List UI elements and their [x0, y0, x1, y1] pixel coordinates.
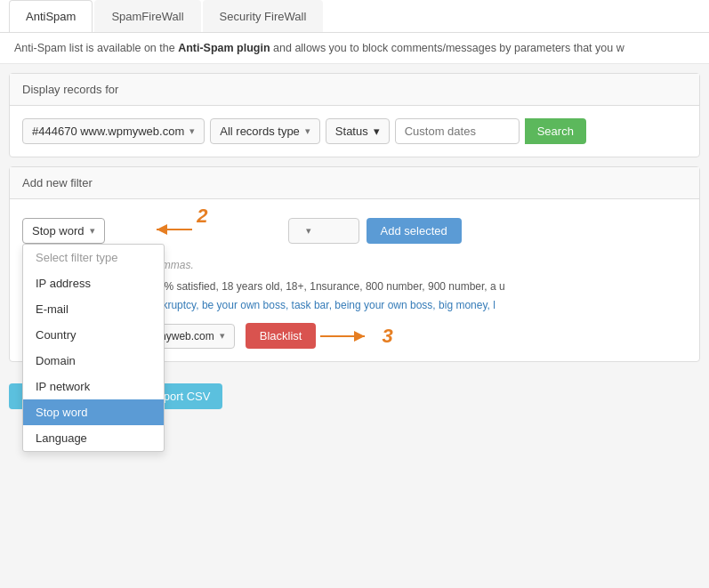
filter-type-menu: Select filter type IP address E-mail Cou…: [22, 244, 165, 452]
description-bar: Anti-Spam list is available on the Anti-…: [0, 33, 709, 64]
filter-type-dropdown[interactable]: Stop word ▾: [22, 218, 105, 244]
menu-item-ip-network[interactable]: IP network: [23, 374, 164, 399]
second-filter-row: ▾ Add selected: [288, 218, 462, 244]
blacklist-button-container: Blacklist 3: [246, 323, 317, 349]
add-filter-section: Add new filter Stop word ▾ Select filter…: [9, 166, 700, 362]
menu-item-email[interactable]: E-mail: [23, 296, 164, 322]
menu-item-country[interactable]: Country: [23, 322, 164, 348]
site-dropdown[interactable]: #444670 www.wpmyweb.com ▾: [22, 118, 205, 144]
display-records-section: Display records for #444670 www.wpmyweb.…: [9, 73, 700, 157]
annotation3-label: 3: [382, 325, 392, 348]
records-type-arrow: ▾: [305, 125, 310, 137]
filter-type-value: Stop word: [32, 224, 85, 238]
site-dropdown-2-arrow: ▾: [220, 330, 225, 342]
menu-item-ip-address[interactable]: IP address: [23, 270, 164, 296]
filter-type-arrow: ▾: [90, 225, 95, 237]
search-button[interactable]: Search: [525, 118, 586, 144]
description-bold: Anti-Spam plugin: [178, 42, 270, 54]
status-value: Status: [335, 125, 368, 138]
tabs-bar: AntiSpam SpamFireWall Security FireWall: [0, 0, 709, 33]
annotation3-arrow: [316, 323, 378, 350]
second-dropdown[interactable]: ▾: [288, 218, 359, 244]
description-prefix: Anti-Spam list is available on the: [14, 42, 178, 54]
status-arrow: ▾: [374, 125, 380, 138]
tab-securityfirewall[interactable]: Security FireWall: [203, 0, 324, 32]
blacklist-button[interactable]: Blacklist: [246, 323, 317, 349]
status-dropdown[interactable]: Status ▾: [326, 118, 390, 144]
menu-item-stop-word[interactable]: Stop word: [23, 399, 164, 425]
menu-item-select-filter-type: Select filter type: [23, 245, 164, 270]
site-dropdown-value: #444670 www.wpmyweb.com: [32, 125, 184, 138]
filter-type-dropdown-container: Stop word ▾ Select filter type IP addres…: [22, 218, 105, 244]
display-records-body: #444670 www.wpmyweb.com ▾ All records ty…: [10, 106, 699, 157]
add-filter-body: Stop word ▾ Select filter type IP addres…: [10, 199, 699, 361]
custom-dates-input[interactable]: [395, 118, 520, 144]
annotation3-container: 3: [316, 323, 392, 350]
records-type-dropdown[interactable]: All records type ▾: [210, 118, 320, 144]
add-filter-header: Add new filter: [10, 167, 699, 199]
menu-item-domain[interactable]: Domain: [23, 348, 164, 374]
site-dropdown-arrow: ▾: [189, 125, 195, 137]
tab-antispam[interactable]: AntiSpam: [9, 0, 93, 32]
tab-spamfirewall[interactable]: SpamFireWall: [94, 0, 200, 32]
annotation2-label: 2: [197, 205, 207, 228]
menu-item-language[interactable]: Language: [23, 425, 164, 451]
second-dropdown-arrow: ▾: [306, 225, 311, 237]
display-records-header: Display records for: [10, 74, 699, 106]
records-type-value: All records type: [220, 125, 300, 138]
second-dropdown-value: [298, 224, 302, 238]
add-selected-button[interactable]: Add selected: [367, 218, 462, 244]
description-suffix: and allows you to block comments/message…: [270, 42, 624, 54]
filter-row: Stop word ▾ Select filter type IP addres…: [22, 212, 687, 250]
